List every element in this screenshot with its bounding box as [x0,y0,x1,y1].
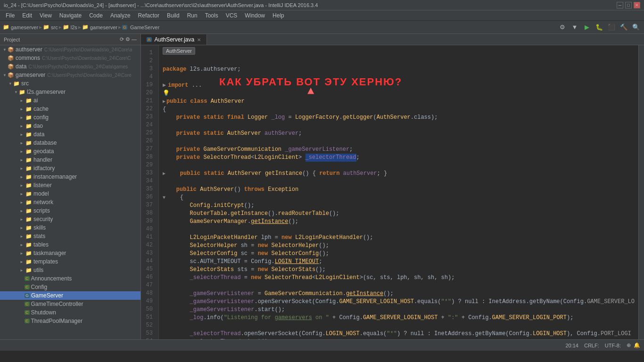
menu-build[interactable]: Build [163,11,183,20]
java-class-icon-g: G [25,293,30,298]
tab-authserver[interactable]: A AuthServer.java ✕ [141,34,207,45]
tree-item-dao[interactable]: ▶📁dao [0,122,140,130]
menu-refactor[interactable]: Refactor [134,11,163,20]
lightbulb-icon[interactable]: 💡 [163,90,170,98]
sync-icon[interactable]: ⟳ [120,36,124,42]
code-line-44: SelectorStats sts = new SelectorStats(); [163,266,635,274]
tree-item-model[interactable]: ▶📁model [0,189,140,198]
tree-item-taskmanager[interactable]: ▶📁taskmanager [0,249,140,257]
minimize-button[interactable]: ─ [617,2,623,8]
tree-item-instancemanager[interactable]: ▶📁instancemanager [0,173,140,181]
menu-window[interactable]: Window [241,11,269,20]
build-button[interactable]: 🔨 [619,22,629,33]
tree-item-ai[interactable]: ▶📁ai [0,96,140,105]
code-line-36: Config.initCrypt(); [163,202,635,210]
tree-item-data[interactable]: 📦 data C:\Users\Psycho\Downloads\io_24\D… [0,62,140,71]
folder-icon: 📁 [25,132,32,138]
git-icon[interactable]: ⊕ [627,342,631,348]
collapse-icon[interactable]: — [132,36,137,42]
tree-item-gameserver-class[interactable]: G GameServer [0,291,140,300]
menu-code[interactable]: Code [85,11,107,20]
menu-vcs[interactable]: VCS [222,11,241,20]
menu-run[interactable]: Run [183,11,201,20]
menu-tools[interactable]: Tools [201,11,222,20]
breadcrumb-l2s[interactable]: 📁 l2s [63,24,77,30]
close-button[interactable]: ✕ [634,2,640,8]
settings-button[interactable]: ⚙ [557,22,568,33]
tree-item-commons[interactable]: 📦 commons C:\Users\Psycho\Downloads\io_2… [0,54,140,62]
tree-item-scripts[interactable]: ▶📁scripts [0,206,140,215]
breadcrumb-gameserver2[interactable]: 📁 gameserver [82,24,117,30]
breadcrumb-gameserver[interactable]: 📁 gameserver [3,24,38,30]
folder-icon: 📁 [25,267,32,273]
gameserver-root-arrow[interactable] [2,73,8,77]
menu-analyze[interactable]: Analyze [107,11,134,20]
project-icons: ⟳ ⚙ — [120,36,137,42]
search-button[interactable]: 🔍 [631,22,641,33]
breadcrumb-src[interactable]: 📁 src [43,24,58,30]
folder-icon: 📁 [25,182,32,189]
menu-help[interactable]: Help [269,11,288,20]
tree-item-l2sgameserver[interactable]: 📁 l2s.gameserver [0,88,140,96]
maximize-button[interactable]: □ [625,2,632,8]
tab-close-button[interactable]: ✕ [197,37,201,42]
tree-item-geodata[interactable]: ▶📁geodata [0,147,140,156]
folder-icon: 📁 [25,98,32,104]
menu-file[interactable]: File [2,11,18,20]
l2s-arrow[interactable] [13,90,19,94]
java-class-icon: C [25,319,30,323]
java-class-icon: C [25,302,30,306]
project-panel: Project ⟳ ⚙ — 📦 authserver C:\Users\Psyc… [0,34,141,339]
folder-icon: 📁 [25,140,32,146]
authserver-arrow[interactable] [2,48,8,52]
tree-item-config[interactable]: ▶📁config [0,113,140,122]
tree-item-gametimecontroller[interactable]: C GameTimeController [0,300,140,308]
statusbar-right: 20:14 CRLF: UTF-8: ⊕ 🔔 [565,342,640,348]
tree-item-listener[interactable]: ▶📁listener [0,181,140,189]
tree-item-announcements[interactable]: C Announcements [0,274,140,283]
breadcrumb-sep3: ▶ [78,25,81,30]
code-editor[interactable]: 1 2 3 4 19 20 21 22 23 24 25 26 27 28 29 [141,45,644,339]
tree-item-data2[interactable]: ▶📁data [0,130,140,139]
statusbar-encoding: UTF-8: [605,343,621,348]
folder-icon: 📁 [25,106,32,112]
tree-item-gameserver-root[interactable]: 📦 gameserver C:\Users\Psycho\Downloads\i… [0,71,140,79]
tree-item-src[interactable]: 📁 src [0,79,140,88]
tree-item-config-class[interactable]: C Config [0,283,140,291]
menu-view[interactable]: View [36,11,56,20]
dropdown-button[interactable]: ▼ [570,22,580,33]
tree-item-skills[interactable]: ▶📁skills [0,223,140,232]
tree-item-idfactory[interactable]: ▶📁idfactory [0,164,140,173]
folder-icon: 📁 [25,191,32,197]
run-button[interactable]: ▶ [582,22,592,33]
menu-navigate[interactable]: Navigate [56,11,85,20]
code-line-45: _selectorThread = new SelectorThread<L2L… [163,274,635,282]
debug-button[interactable]: 🐛 [594,22,604,33]
folder-icon: 📁 [25,174,32,180]
tree-item-database[interactable]: ▶📁database [0,139,140,147]
gear-icon[interactable]: ⚙ [125,36,130,42]
tree-item-cache[interactable]: ▶📁cache [0,105,140,113]
tree-item-tables[interactable]: ▶📁tables [0,240,140,249]
tree-item-handler[interactable]: ▶📁handler [0,156,140,164]
tree-item-stats[interactable]: ▶📁stats [0,232,140,240]
breadcrumb-gameserver-class[interactable]: G GameServer [122,25,159,30]
folder-icon: 📁 [25,216,32,222]
folder-icon: 📁 [25,157,32,163]
menu-edit[interactable]: Edit [18,11,36,20]
tree-item-templates[interactable]: ▶📁templates [0,257,140,266]
tree-item-security[interactable]: ▶📁security [0,215,140,223]
titlebar: io_24 - [C:\Users\Psycho\Downloads\io_24… [0,0,644,10]
java-icon: G [122,25,127,30]
code-content[interactable]: AuthServer package l2s.authserver; ▶ imp… [159,45,638,339]
notification-icon[interactable]: 🔔 [634,342,640,348]
tree-item-authserver[interactable]: 📦 authserver C:\Users\Psycho\Downloads\i… [0,45,140,54]
src-arrow[interactable] [8,82,13,86]
module-icon: 📦 [8,55,14,61]
tree-item-shutdown[interactable]: C Shutdown [0,308,140,317]
stop-button[interactable]: ⬛ [606,22,617,33]
project-header: Project ⟳ ⚙ — [0,34,140,45]
tree-item-threadpoolmanager[interactable]: C ThreadPoolManager [0,317,140,325]
tree-item-network[interactable]: ▶📁network [0,198,140,206]
tree-item-utils[interactable]: ▶📁utils [0,266,140,274]
